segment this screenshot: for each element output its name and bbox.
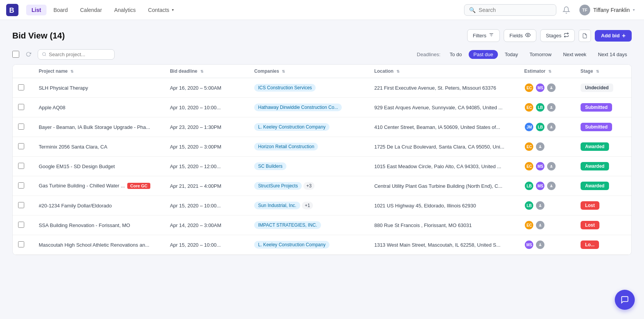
cell-project-name[interactable]: Mascoutah High School Athletic Renovatio… <box>33 235 165 255</box>
estimator-avatar <box>535 142 545 152</box>
col-bid-deadline[interactable]: Bid deadline ⇅ <box>165 65 249 78</box>
search-input[interactable] <box>479 7 551 13</box>
table-row: SSA Building Renovation - Forissant, MOA… <box>13 215 631 235</box>
estimator-avatar-EC: EC <box>524 220 534 230</box>
sort-icon: ⇅ <box>200 69 203 73</box>
cell-estimator: EC <box>519 215 575 235</box>
svg-point-8 <box>551 87 552 88</box>
deadline-next14[interactable]: Next 14 days <box>593 50 632 59</box>
plus-icon: + <box>622 33 626 39</box>
eye-icon <box>525 32 531 39</box>
cell-company[interactable]: L. Keeley Construction Company <box>249 235 369 255</box>
nav-links: List Board Calendar Analytics Contacts ▾ <box>26 5 245 15</box>
cell-company[interactable]: Horizon Retail Construction <box>249 137 369 157</box>
row-checkbox-0[interactable] <box>18 84 24 90</box>
sort-icon: ⇅ <box>70 69 73 73</box>
col-estimator[interactable]: Estimator ⇅ <box>519 65 575 78</box>
user-name: Tiffany Franklin <box>593 7 630 13</box>
row-checkbox-6[interactable] <box>18 202 24 208</box>
cell-company[interactable]: Sun Industrial, Inc.+1 <box>249 196 369 215</box>
deadline-todo[interactable]: To do <box>445 50 467 59</box>
svg-text:B: B <box>9 7 14 14</box>
stages-button[interactable]: Stages <box>540 29 575 42</box>
table-row: Bayer - Beaman, IA Bulk Storage Upgrade … <box>13 117 631 137</box>
col-companies[interactable]: Companies ⇅ <box>249 65 369 78</box>
cell-estimator: ECLB <box>519 98 575 117</box>
cell-location: Central Utility Plant Gas Turbine Buildi… <box>369 176 519 196</box>
cell-company[interactable]: ICS Construction Services <box>249 78 369 98</box>
add-bid-button[interactable]: Add bid + <box>595 30 632 42</box>
table-row: #20-1234 Family Dollar/EldoradoApr 15, 2… <box>13 196 631 215</box>
project-search-input[interactable] <box>49 52 110 57</box>
filters-button[interactable]: Filters <box>467 29 500 42</box>
cell-stage: Undecided <box>575 78 631 98</box>
cell-location: 221 First Executive Avenue, St. Peters, … <box>369 78 519 98</box>
stage-badge: Submitted <box>581 123 612 131</box>
page-title: Bid View (14) <box>12 31 65 41</box>
global-search[interactable]: 🔍 <box>464 4 556 16</box>
row-checkbox-5[interactable] <box>18 182 24 189</box>
cell-stage: Awarded <box>575 157 631 176</box>
cell-estimator: MS <box>519 235 575 255</box>
chevron-down-icon: ▾ <box>633 8 635 12</box>
stage-badge: Awarded <box>581 162 609 170</box>
sort-icon: ⇅ <box>396 69 399 73</box>
nav-analytics[interactable]: Analytics <box>109 5 141 15</box>
row-checkbox-7[interactable] <box>18 222 24 228</box>
estimator-avatar-MS: MS <box>535 181 545 191</box>
row-checkbox-8[interactable] <box>18 241 24 247</box>
col-project-name[interactable]: Project name ⇅ <box>33 65 165 78</box>
stage-badge: Lost <box>581 221 599 229</box>
deadline-nextweek[interactable]: Next week <box>558 50 591 59</box>
select-all-checkbox[interactable] <box>12 51 19 58</box>
cell-project-name[interactable]: Bayer - Beaman, IA Bulk Storage Upgrade … <box>33 117 165 137</box>
stage-badge: Awarded <box>581 182 609 190</box>
svg-point-9 <box>551 106 552 107</box>
cell-company[interactable]: StructSure Projects+3 <box>249 176 369 196</box>
nav-contacts[interactable]: Contacts ▾ <box>143 5 179 15</box>
cell-location: 880 Rue St Francois , Florissant, MO 630… <box>369 215 519 235</box>
cell-project-name[interactable]: SLH Physical Therapy <box>33 78 165 98</box>
estimator-group: MS <box>524 240 569 250</box>
cell-project-name[interactable]: SSA Building Renovation - Forissant, MO <box>33 215 165 235</box>
deadline-pastdue[interactable]: Past due <box>469 50 498 59</box>
col-stage[interactable]: Stage ⇅ <box>575 65 631 78</box>
cell-company[interactable]: Hathaway Dinwiddie Construction Co... <box>249 98 369 117</box>
deadline-today[interactable]: Today <box>500 50 523 59</box>
project-search[interactable] <box>38 49 115 60</box>
cell-company[interactable]: IMPACT STRATEGIES, INC. <box>249 215 369 235</box>
stages-icon <box>564 32 569 39</box>
table-row: Google EM15 - SD Design BudgetApr 15, 20… <box>13 157 631 176</box>
table-row: SLH Physical TherapyApr 16, 2020 – 5:00A… <box>13 78 631 98</box>
estimator-avatar <box>535 220 545 230</box>
table-row: Apple AQ08Apr 10, 2020 – 10:00...Hathawa… <box>13 98 631 117</box>
cell-company[interactable]: L. Keeley Construction Company <box>249 117 369 137</box>
estimator-group: ECMS <box>524 161 569 171</box>
cell-location: 929 East Arques Avenue, Sunnyvale, CA 94… <box>369 98 519 117</box>
cell-project-name[interactable]: Terminix 2056 Santa Clara, CA <box>33 137 165 157</box>
row-checkbox-1[interactable] <box>18 104 24 110</box>
cell-project-name[interactable]: Apple AQ08 <box>33 98 165 117</box>
notification-bell[interactable] <box>559 3 573 17</box>
document-button[interactable] <box>579 30 591 42</box>
cell-project-name[interactable]: #20-1234 Family Dollar/Eldorado <box>33 196 165 215</box>
nav-calendar[interactable]: Calendar <box>75 5 107 15</box>
cell-company[interactable]: SC Builders <box>249 157 369 176</box>
fields-button[interactable]: Fields <box>504 29 536 42</box>
cell-project-name[interactable]: Google EM15 - SD Design Budget <box>33 157 165 176</box>
cell-project-name[interactable]: Gas Turbine Building - Chilled Water ...… <box>33 176 165 196</box>
row-checkbox-3[interactable] <box>18 143 24 149</box>
deadline-tomorrow[interactable]: Tomorrow <box>525 50 556 59</box>
col-location[interactable]: Location ⇅ <box>369 65 519 78</box>
row-checkbox-2[interactable] <box>18 124 24 130</box>
estimator-avatar-MS: MS <box>535 83 545 93</box>
nav-list[interactable]: List <box>26 5 47 15</box>
top-navigation: B List Board Calendar Analytics Contacts… <box>0 0 644 20</box>
estimator-avatar-EC: EC <box>524 161 534 171</box>
user-menu[interactable]: TF Tiffany Franklin ▾ <box>576 3 638 17</box>
nav-board[interactable]: Board <box>48 5 73 15</box>
refresh-button[interactable] <box>23 49 34 60</box>
row-checkbox-4[interactable] <box>18 163 24 169</box>
app-logo[interactable]: B <box>6 4 18 16</box>
estimator-avatar-LB: LB <box>524 181 534 191</box>
